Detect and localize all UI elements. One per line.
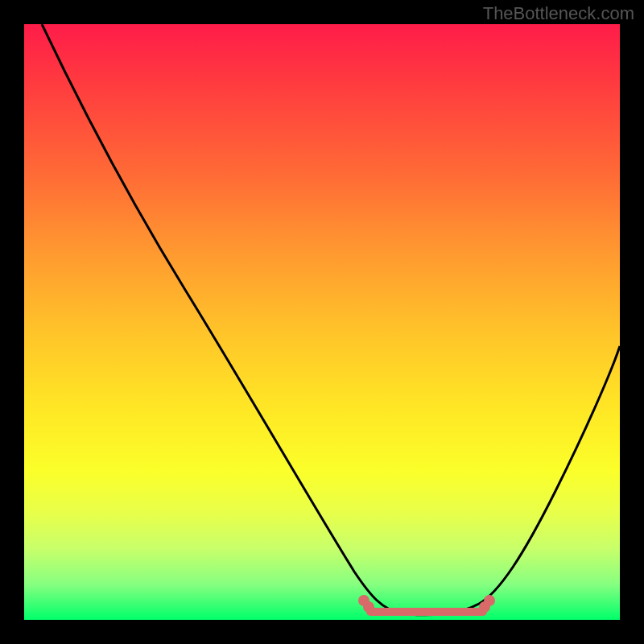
watermark-text: TheBottleneck.com — [483, 3, 634, 24]
svg-point-4 — [484, 595, 495, 606]
chart-svg — [24, 24, 620, 620]
svg-point-2 — [363, 601, 374, 613]
optimal-range-marker — [358, 595, 495, 613]
chart-plot-area — [24, 24, 620, 620]
bottleneck-curve-line — [42, 24, 620, 615]
